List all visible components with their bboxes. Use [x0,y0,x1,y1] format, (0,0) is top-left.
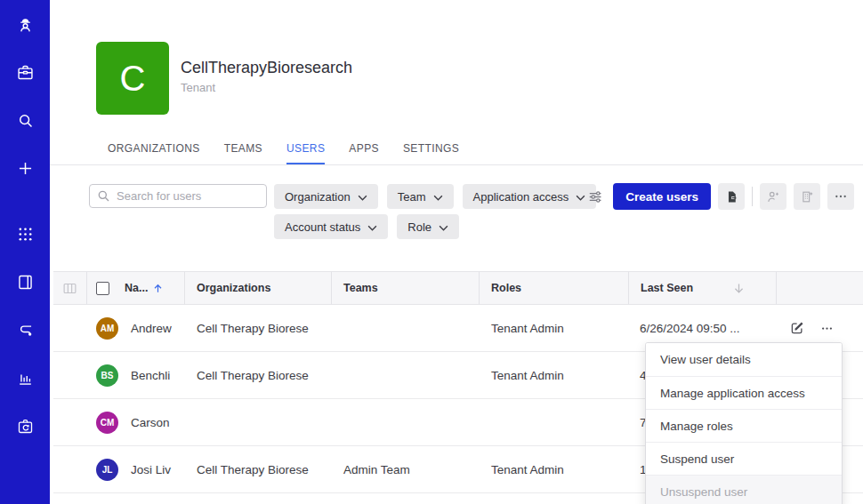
user-name: Andrew [131,322,172,335]
column-header-name[interactable]: Na... [87,272,185,304]
row-context-menu: View user details Manage application acc… [645,342,843,504]
tab-users[interactable]: USERS [286,142,325,164]
menu-item-suspend-user[interactable]: Suspend user [646,442,842,475]
search-nav-icon[interactable] [0,96,50,144]
add-user-to-organization-button[interactable] [794,183,820,210]
user-last-seen: 6/26/2024 09:50 ... [629,322,777,335]
agent-icon[interactable] [0,0,50,48]
sidebar [0,0,50,504]
user-name: Benchli [131,369,170,382]
add-icon[interactable] [0,144,50,192]
tenant-avatar: C [96,42,169,115]
edit-user-icon[interactable] [789,320,805,336]
select-all-checkbox[interactable] [96,282,109,295]
avatar: CM [96,412,118,434]
user-organization: Cell Therapy Biorese [185,463,332,476]
tab-settings[interactable]: SETTINGS [403,142,459,164]
user-role: Tenant Admin [480,463,629,476]
sort-ascending-icon [152,283,164,294]
more-actions-button[interactable] [827,183,854,210]
menu-item-manage-roles[interactable]: Manage roles [646,409,842,442]
tenant-avatar-letter: C [120,59,146,99]
filter-row-2: Account status Role [274,214,459,239]
apps-grid-icon[interactable] [0,210,50,258]
page-title: CellTherapyBioresearch [181,59,352,77]
filter-team[interactable]: Team [387,184,454,209]
column-settings-header[interactable] [53,272,87,304]
user-role: Tenant Admin [480,322,629,335]
pipeline-icon[interactable] [0,306,50,354]
jobs-sync-icon[interactable] [0,402,50,450]
tab-organizations[interactable]: ORGANIZATIONS [108,142,200,164]
table-header-row: Na... Organizations Teams Roles Last See… [53,271,863,305]
search-icon [96,188,110,206]
chevron-down-icon [439,220,448,234]
filter-account-status[interactable]: Account status [274,214,388,239]
user-team: Admin Team [332,463,480,476]
row-more-actions-icon[interactable] [820,322,834,335]
column-header-teams[interactable]: Teams [332,272,480,304]
search-input[interactable] [89,184,267,208]
column-header-last-seen[interactable]: Last Seen [629,272,777,304]
tab-bar: ORGANIZATIONS TEAMS USERS APPS SETTINGS [108,142,459,164]
column-header-actions [777,272,863,304]
toolbar-actions: Create users [585,183,854,210]
journal-icon[interactable] [0,258,50,306]
tab-apps[interactable]: APPS [349,142,379,164]
tabs-divider [50,164,863,165]
menu-item-view-user-details[interactable]: View user details [646,343,842,376]
sort-descending-icon [732,282,746,295]
chevron-down-icon [358,190,367,204]
search-box [89,184,267,208]
filter-row-1: Organization Team Application access [274,184,596,209]
toolbox-icon[interactable] [0,48,50,96]
menu-item-manage-application-access[interactable]: Manage application access [646,376,842,409]
chevron-down-icon [433,190,443,204]
main-content: C CellTherapyBioresearch Tenant ORGANIZA… [50,0,863,504]
filter-organization[interactable]: Organization [274,184,378,209]
filter-application-access[interactable]: Application access [463,184,597,209]
column-header-organizations[interactable]: Organizations [185,272,332,304]
avatar: JL [96,459,118,481]
page-subtitle: Tenant [181,81,215,94]
tab-teams[interactable]: TEAMS [224,142,262,164]
analytics-icon[interactable] [0,354,50,402]
user-name: Carson [131,416,170,429]
filter-role[interactable]: Role [397,214,459,239]
menu-item-unsuspend-user: Unsuspend user [646,475,842,504]
column-header-roles[interactable]: Roles [480,272,629,304]
toolbar-separator [752,187,753,206]
create-users-button[interactable]: Create users [613,183,711,210]
user-name: Josi Liv [131,463,171,476]
user-organization: Cell Therapy Biorese [185,322,332,335]
add-user-to-team-button[interactable] [760,183,786,210]
export-users-button[interactable] [718,183,745,210]
avatar: BS [96,364,118,387]
user-organization: Cell Therapy Biorese [185,369,332,382]
avatar: AM [96,317,118,340]
user-role: Tenant Admin [480,369,629,382]
chevron-down-icon [367,220,377,234]
table-settings-icon[interactable] [585,183,606,210]
